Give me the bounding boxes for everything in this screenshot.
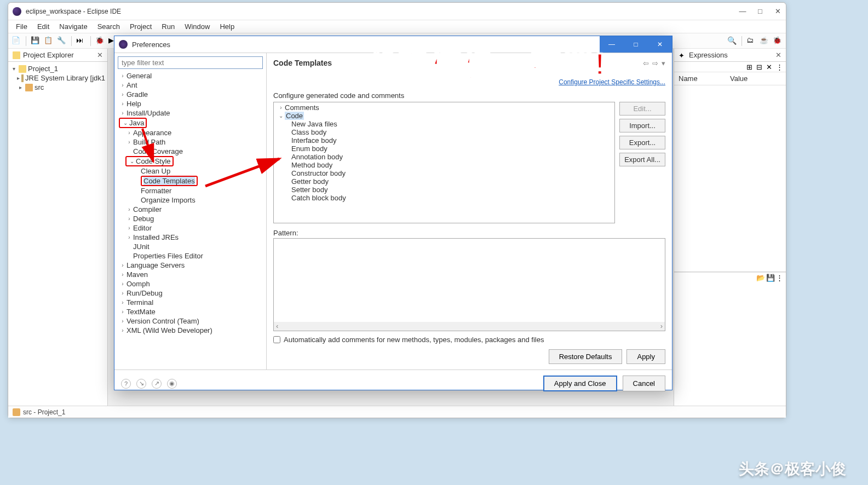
- java-perspective-icon[interactable]: ☕: [760, 36, 769, 46]
- export-all-button[interactable]: Export All...: [619, 153, 665, 166]
- menu-search[interactable]: Search: [93, 21, 124, 32]
- tt-catch-body[interactable]: Catch block body: [276, 194, 612, 202]
- pref-junit[interactable]: JUnit: [118, 242, 263, 251]
- svg-line-1: [205, 159, 279, 186]
- import-button[interactable]: Import...: [619, 119, 665, 132]
- status-text: src - Project_1: [23, 408, 65, 416]
- tool-icon[interactable]: 📂: [756, 274, 764, 281]
- debug-perspective-icon[interactable]: 🐞: [773, 36, 783, 46]
- forward-icon[interactable]: ⇨: [652, 59, 658, 67]
- debug-icon[interactable]: 🐞: [95, 36, 105, 46]
- apply-button[interactable]: Apply: [626, 349, 665, 364]
- auto-comments-checkbox[interactable]: [273, 336, 280, 343]
- restore-defaults-button[interactable]: Restore Defaults: [549, 349, 623, 364]
- tool-icon[interactable]: ✕: [766, 63, 774, 71]
- pref-help[interactable]: ›Help: [118, 99, 263, 108]
- pref-general[interactable]: ›General: [118, 71, 263, 80]
- export-button[interactable]: Export...: [619, 136, 665, 149]
- tt-annotation-body[interactable]: Annotation body: [276, 153, 612, 161]
- pref-version-control[interactable]: ›Version Control (Team): [118, 316, 263, 326]
- menu-navigate[interactable]: Navigate: [55, 21, 91, 32]
- tool-icon[interactable]: 💾: [766, 274, 774, 281]
- export-prefs-icon[interactable]: ↗: [152, 379, 162, 389]
- menu-project[interactable]: Project: [125, 21, 156, 32]
- help-icon[interactable]: ?: [121, 379, 131, 389]
- menu-window[interactable]: Window: [180, 21, 214, 32]
- pref-oomph[interactable]: ›Oomph: [118, 279, 263, 288]
- horizontal-scrollbar[interactable]: ‹›: [274, 322, 665, 331]
- tt-class-body[interactable]: Class body: [276, 128, 612, 136]
- menu-file[interactable]: File: [12, 21, 32, 32]
- edit-button[interactable]: Edit...: [619, 102, 665, 116]
- expressions-tab[interactable]: ✦ Expressions ✕: [674, 49, 786, 62]
- expressions-table-header: Name Value: [674, 72, 786, 85]
- perspective-icon[interactable]: 🗂: [746, 36, 756, 46]
- menu-help[interactable]: Help: [215, 21, 239, 32]
- import-prefs-icon[interactable]: ↘: [136, 379, 146, 389]
- auto-comments-checkbox-row[interactable]: Automatically add comments for new metho…: [273, 336, 665, 344]
- tool-icon[interactable]: ⊞: [746, 63, 754, 71]
- maximize-button[interactable]: □: [756, 7, 764, 15]
- pref-compiler[interactable]: ›Compiler: [118, 205, 263, 214]
- close-tab-icon[interactable]: ✕: [97, 51, 103, 59]
- tt-method-body[interactable]: Method body: [276, 161, 612, 169]
- pref-run-debug[interactable]: ›Run/Debug: [118, 288, 263, 298]
- right-lower-view: 📂 💾 ⋮: [674, 272, 786, 406]
- close-button[interactable]: ✕: [774, 7, 781, 15]
- pref-debug[interactable]: ›Debug: [118, 214, 263, 223]
- pref-ant[interactable]: ›Ant: [118, 80, 263, 90]
- pref-install-update[interactable]: ›Install/Update: [118, 108, 263, 118]
- status-bar: src - Project_1: [8, 406, 786, 418]
- tree-row-src[interactable]: ▸ src: [8, 83, 107, 92]
- minimize-button[interactable]: —: [739, 7, 746, 15]
- dialog-maximize-button[interactable]: □: [624, 36, 648, 53]
- expand-icon[interactable]: ▾: [10, 66, 17, 72]
- pref-gradle[interactable]: ›Gradle: [118, 90, 263, 99]
- template-tree[interactable]: ›Comments ⌄Code New Java files Class bod…: [273, 102, 615, 223]
- save-icon[interactable]: 💾: [31, 36, 41, 46]
- build-icon[interactable]: 🔧: [57, 36, 67, 46]
- tree-row-project[interactable]: ▾ Project_1: [8, 64, 107, 73]
- tt-constructor-body[interactable]: Constructor body: [276, 169, 612, 177]
- close-tab-icon[interactable]: ✕: [775, 51, 781, 59]
- tt-getter-body[interactable]: Getter body: [276, 177, 612, 186]
- filter-input[interactable]: [118, 56, 263, 69]
- menu-icon[interactable]: ▾: [662, 59, 665, 67]
- dialog-close-button[interactable]: ✕: [648, 36, 672, 53]
- tt-comments[interactable]: ›Comments: [276, 103, 612, 112]
- pref-xml[interactable]: ›XML (Wild Web Developer): [118, 326, 263, 335]
- tool-icon[interactable]: ⋮: [776, 63, 784, 71]
- right-pane: ✦ Expressions ✕ ⊞ ⊟ ✕ ⋮ Name Value: [674, 49, 786, 406]
- pref-terminal[interactable]: ›Terminal: [118, 298, 263, 307]
- pref-properties-editor[interactable]: Properties Files Editor: [118, 251, 263, 261]
- menu-run[interactable]: Run: [157, 21, 179, 32]
- pref-language-servers[interactable]: ›Language Servers: [118, 261, 263, 270]
- tt-enum-body[interactable]: Enum body: [276, 145, 612, 153]
- expand-icon[interactable]: ▸: [17, 84, 24, 90]
- tree-row-jre[interactable]: ▸ JRE System Library [jdk1: [8, 73, 107, 83]
- tool-icon[interactable]: ⊟: [756, 63, 764, 71]
- pref-maven[interactable]: ›Maven: [118, 270, 263, 279]
- menu-edit[interactable]: Edit: [33, 21, 54, 32]
- tt-setter-body[interactable]: Setter body: [276, 186, 612, 194]
- save-all-icon[interactable]: 📋: [44, 36, 54, 46]
- pref-textmate[interactable]: ›TextMate: [118, 307, 263, 316]
- search-icon[interactable]: 🔍: [727, 36, 737, 46]
- tt-new-java[interactable]: New Java files: [276, 120, 612, 128]
- new-icon[interactable]: 📄: [12, 36, 21, 46]
- tool-icon[interactable]: ⋮: [776, 274, 784, 281]
- project-explorer-tab[interactable]: Project Explorer ✕: [8, 49, 107, 62]
- pref-installed-jres[interactable]: ›Installed JREs: [118, 233, 263, 242]
- record-icon[interactable]: ◉: [167, 379, 177, 389]
- skip-icon[interactable]: ⏭: [76, 36, 86, 46]
- pattern-textarea[interactable]: ‹›: [273, 238, 665, 331]
- tt-interface-body[interactable]: Interface body: [276, 136, 612, 145]
- template-section: ›Comments ⌄Code New Java files Class bod…: [273, 102, 665, 223]
- back-icon[interactable]: ⇦: [643, 59, 649, 67]
- tt-code[interactable]: ⌄Code: [276, 112, 612, 120]
- preferences-tree-pane: ›General ›Ant ›Gradle ›Help ›Install/Upd…: [114, 53, 267, 369]
- apply-and-close-button[interactable]: Apply and Close: [543, 376, 617, 391]
- expand-icon[interactable]: ▸: [17, 75, 20, 81]
- pref-editor[interactable]: ›Editor: [118, 223, 263, 233]
- cancel-button[interactable]: Cancel: [623, 376, 665, 391]
